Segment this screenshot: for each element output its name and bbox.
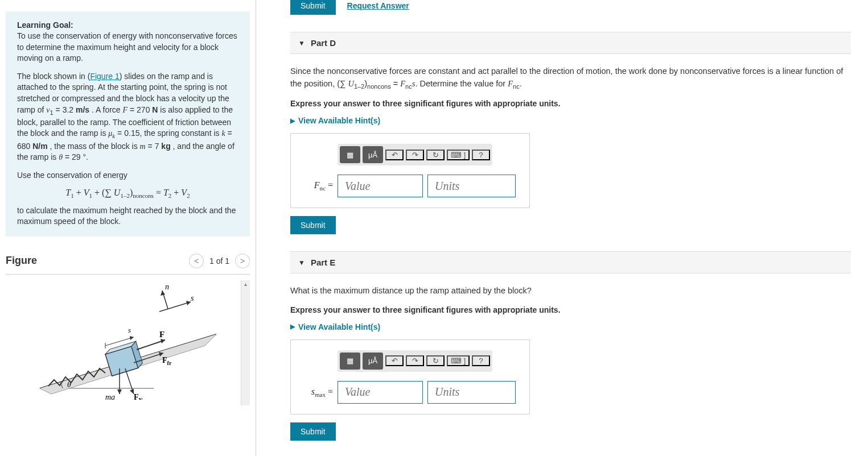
redo-button[interactable]: ↷ — [406, 150, 424, 160]
part-e-toolbar: ▦ μÅ ↶ ↷ ↻ ⌨ ] ? — [338, 350, 492, 372]
top-buttons: Submit Request Answer — [290, 0, 851, 15]
part-d-submit-button[interactable]: Submit — [290, 216, 336, 234]
svg-text:Ffr: Ffr — [162, 356, 172, 366]
submit-button-top[interactable]: Submit — [290, 0, 336, 15]
chevron-right-icon: ▶ — [290, 117, 295, 125]
figure-title: Figure — [6, 255, 37, 267]
svg-marker-13 — [117, 389, 122, 394]
svg-text:s: s — [128, 326, 131, 334]
figure-count: 1 of 1 — [209, 256, 229, 266]
part-e-submit-button[interactable]: Submit — [290, 422, 336, 441]
svg-text:FN: FN — [134, 393, 143, 400]
right-panel: Submit Request Answer ▼ Part D Since the… — [256, 0, 868, 456]
reset-button[interactable]: ↻ — [426, 150, 445, 160]
part-e-answer-box: ▦ μÅ ↶ ↷ ↻ ⌨ ] ? smax = — [290, 339, 530, 414]
svg-text:s: s — [191, 294, 194, 302]
part-d-title: Part D — [311, 38, 336, 48]
svg-marker-25 — [130, 336, 134, 340]
figure-nav: < 1 of 1 > — [189, 254, 250, 268]
keyboard-button[interactable]: ⌨ ] — [447, 150, 470, 160]
part-d-toolbar: ▦ μÅ ↶ ↷ ↻ ⌨ ] ? — [338, 144, 492, 165]
redo-button[interactable]: ↷ — [406, 355, 424, 366]
closing-text: to calculate the maximum height reached … — [17, 205, 238, 227]
svg-marker-19 — [186, 301, 191, 305]
templates-button[interactable]: ▦ — [340, 146, 360, 163]
special-chars-button[interactable]: μÅ — [363, 146, 383, 163]
part-d-instruction: Express your answer to three significant… — [290, 99, 851, 108]
part-e-hints-toggle[interactable]: ▶ View Available Hint(s) — [290, 322, 851, 331]
part-d-units-input[interactable] — [427, 175, 516, 197]
part-d-section: ▼ Part D Since the nonconservative force… — [290, 32, 851, 234]
undo-button[interactable]: ↶ — [385, 150, 404, 160]
part-d-var-label: Fnc = — [305, 180, 333, 192]
left-panel: Learning Goal: To use the conservation o… — [0, 0, 256, 456]
part-e-header[interactable]: ▼ Part E — [290, 251, 851, 273]
part-e-input-row: smax = — [305, 381, 516, 404]
part-e-question: What is the maximum distance up the ramp… — [290, 285, 851, 297]
part-e-title: Part E — [311, 258, 335, 267]
part-d-question: Since the nonconservative forces are con… — [290, 65, 851, 91]
svg-marker-16 — [130, 389, 134, 394]
chevron-right-icon: ▶ — [290, 323, 295, 330]
part-d-header[interactable]: ▼ Part D — [290, 32, 851, 54]
keyboard-button[interactable]: ⌨ ] — [447, 355, 470, 366]
scroll-up-icon[interactable]: ▴ — [241, 280, 250, 289]
figure-prev-button[interactable]: < — [189, 254, 204, 268]
part-e-var-label: smax = — [305, 387, 333, 398]
energy-equation: T1 + V1 + (∑ U1–2)noncons = T2 + V2 — [17, 188, 238, 199]
templates-button[interactable]: ▦ — [340, 353, 360, 370]
chevron-down-icon: ▼ — [298, 39, 305, 47]
figure-header: Figure < 1 of 1 > — [6, 254, 250, 275]
part-e-value-input[interactable] — [338, 381, 423, 404]
svg-line-18 — [159, 302, 191, 312]
part-e-section: ▼ Part E What is the maximum distance up… — [290, 251, 851, 441]
svg-text:mg: mg — [105, 393, 115, 400]
learning-goal-intro: To use the conservation of energy with n… — [17, 31, 238, 64]
figure-section: Figure < 1 of 1 > θ — [0, 242, 256, 411]
part-d-value-input[interactable] — [338, 175, 423, 197]
part-d-hints-toggle[interactable]: ▶ View Available Hint(s) — [290, 116, 851, 125]
special-chars-button[interactable]: μÅ — [363, 353, 383, 370]
request-answer-link[interactable]: Request Answer — [347, 1, 409, 10]
svg-marker-7 — [161, 339, 165, 343]
figure-next-button[interactable]: > — [235, 254, 250, 268]
part-d-answer-box: ▦ μÅ ↶ ↷ ↻ ⌨ ] ? Fnc = — [290, 133, 530, 208]
svg-text:n: n — [165, 283, 169, 291]
ramp-diagram: θ F Ffr mg — [6, 280, 233, 400]
help-button[interactable]: ? — [472, 150, 490, 160]
part-e-units-input[interactable] — [427, 381, 516, 404]
figure-link[interactable]: Figure 1 — [90, 72, 119, 81]
svg-line-6 — [137, 340, 165, 350]
learning-goal-title: Learning Goal: — [17, 20, 238, 30]
part-e-body: What is the maximum distance up the ramp… — [290, 273, 851, 441]
reset-button[interactable]: ↻ — [426, 355, 445, 366]
problem-setup: The block shown in (Figure 1) slides on … — [17, 71, 238, 163]
part-e-instruction: Express your answer to three significant… — [290, 305, 851, 314]
chevron-down-icon: ▼ — [298, 259, 305, 267]
figure-scrollbar[interactable]: ▴ — [241, 280, 250, 405]
learning-goal-box: Learning Goal: To use the conservation o… — [6, 11, 250, 237]
undo-button[interactable]: ↶ — [385, 355, 404, 366]
help-button[interactable]: ? — [472, 355, 490, 366]
use-conservation-text: Use the conservation of energy — [17, 170, 238, 181]
figure-container: θ F Ffr mg — [6, 280, 250, 405]
part-d-body: Since the nonconservative forces are con… — [290, 54, 851, 234]
svg-text:F: F — [159, 330, 164, 339]
part-d-input-row: Fnc = — [305, 175, 516, 197]
